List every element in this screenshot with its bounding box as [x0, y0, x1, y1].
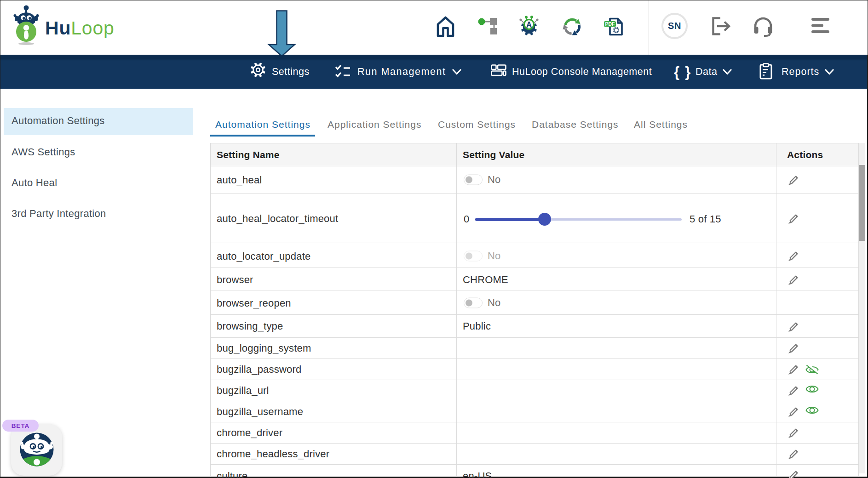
svg-text:HuLoop: HuLoop [45, 17, 115, 39]
svg-text:PDF: PDF [605, 21, 615, 27]
svg-text:A: A [526, 20, 532, 29]
